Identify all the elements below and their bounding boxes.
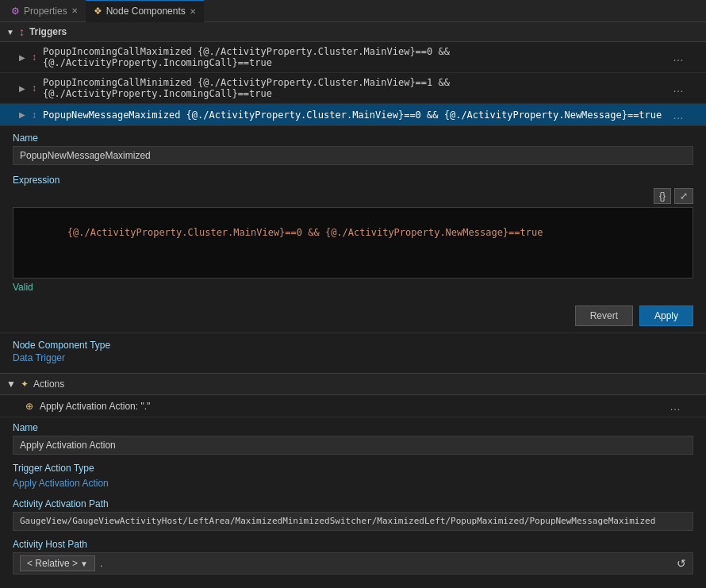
trigger3-text: PopupNewMessageMaximized {@./ActivityPro… [43,110,663,121]
activity-activation-path-text: GaugeView/GaugeViewActivityHost/LeftArea… [20,516,655,526]
trigger-action-buttons: Revert Apply [0,299,706,332]
activity-activation-path-value: GaugeView/GaugeViewActivityHost/LeftArea… [13,512,693,531]
triggers-section-title: Triggers [29,26,67,37]
action-name-text: Apply Activation Action [20,440,116,451]
actions-section-icon: ✦ [21,379,29,390]
trigger-action-type-section: Trigger Action Type Apply Activation Act… [0,458,706,494]
action1-icon: ⊕ [25,401,33,412]
refresh-icon-button[interactable]: ↺ [677,557,686,570]
trigger-action-type-value: Apply Activation Action [13,476,693,490]
action-name-label: Name [13,422,693,433]
tab-node-components[interactable]: ❖ Node Components ✕ [86,0,204,22]
trigger1-icon: ↕ [32,52,36,63]
actions-collapse-arrow: ▼ [6,379,16,390]
actions-section-title: Actions [33,379,64,390]
apply-button[interactable]: Apply [639,306,693,326]
close-icon-node[interactable]: ✕ [190,7,196,16]
nct-value: Data Trigger [13,352,693,363]
nct-label: Node Component Type [13,340,693,351]
action-name-value-box: Apply Activation Action [13,436,693,455]
trigger2-expand-arrow: ▶ [19,84,25,93]
trigger-detail-panel: Name PopupNewMessageMaximized Expression… [0,126,706,373]
trigger-row-3[interactable]: ▶ ↕ PopupNewMessageMaximized {@./Activit… [0,104,706,126]
trigger1-more-button[interactable]: … [670,51,687,63]
trigger1-expand-arrow: ▶ [19,53,25,62]
tab-properties[interactable]: ⚙ Properties ✕ [3,0,86,22]
expression-braces-button[interactable]: {} [654,188,671,204]
activity-host-path-label: Activity Host Path [13,539,693,550]
action-detail-panel: Name Apply Activation Action Trigger Act… [0,417,706,578]
tab-properties-label: Properties [24,6,67,17]
relative-button[interactable]: < Relative > ▼ [20,555,95,571]
expression-expand-button[interactable]: ⤢ [674,188,693,204]
dropdown-arrow-icon: ▼ [80,559,88,568]
expression-section: Expression {} ⤢ {@./ActivityProperty.Clu… [0,168,706,299]
triggers-section-header[interactable]: ▼ ↕ Triggers [0,22,706,42]
props-icon: ⚙ [11,6,20,17]
activity-host-path-section: Activity Host Path < Relative > ▼ . ↺ [0,534,706,578]
dot-separator: . [100,558,102,569]
relative-label-text: < Relative > [27,558,78,569]
triggers-section-icon: ↕ [19,25,25,38]
trigger-action-type-label: Trigger Action Type [13,463,693,474]
trigger-name-text: PopupNewMessageMaximized [20,150,151,161]
expression-editor[interactable]: {@./ActivityProperty.Cluster.MainView}==… [13,207,693,279]
valid-status-text: Valid [13,282,693,293]
trigger2-icon: ↕ [32,83,36,94]
trigger-row-2[interactable]: ▶ ↕ PopupIncomingCallMinimized {@./Activ… [0,73,706,104]
action1-text: Apply Activation Action: "." [40,401,663,412]
revert-button[interactable]: Revert [575,306,633,326]
close-icon-properties[interactable]: ✕ [71,6,78,15]
action-row-1[interactable]: ⊕ Apply Activation Action: "." … [0,395,706,417]
trigger-row-1[interactable]: ▶ ↕ PopupIncomingCallMaximized {@./Activ… [0,42,706,73]
trigger2-text: PopupIncomingCallMinimized {@./ActivityP… [43,77,663,99]
tab-node-components-label: Node Components [106,6,186,17]
trigger3-more-button[interactable]: … [670,109,687,121]
expression-text: {@./ActivityProperty.Cluster.MainView}==… [67,227,543,238]
node-component-type-section: Node Component Type Data Trigger [0,332,706,373]
expression-label: Expression [13,175,693,186]
main-content: ▼ ↕ Triggers ▶ ↕ PopupIncomingCallMaximi… [0,22,706,588]
trigger2-more-button[interactable]: … [670,82,687,94]
triggers-collapse-arrow: ▼ [6,28,14,37]
trigger3-icon: ↕ [32,110,36,121]
trigger3-expand-arrow: ▶ [19,110,25,119]
host-path-row: < Relative > ▼ . ↺ [13,552,693,575]
trigger-name-value: PopupNewMessageMaximized [13,146,693,165]
node-icon: ❖ [94,6,102,17]
tab-bar: ⚙ Properties ✕ ❖ Node Components ✕ [0,0,706,22]
trigger-name-section: Name PopupNewMessageMaximized [0,126,706,168]
activity-activation-path-label: Activity Activation Path [13,498,693,509]
trigger1-text: PopupIncomingCallMaximized {@./ActivityP… [43,46,663,68]
actions-section-header[interactable]: ▼ ✦ Actions [0,374,706,395]
action-name-section: Name Apply Activation Action [0,417,706,458]
activity-activation-path-section: Activity Activation Path GaugeView/Gauge… [0,494,706,534]
expression-toolbar: {} ⤢ [13,188,693,204]
trigger-name-label: Name [13,133,693,144]
action1-more-button[interactable]: … [670,400,681,413]
